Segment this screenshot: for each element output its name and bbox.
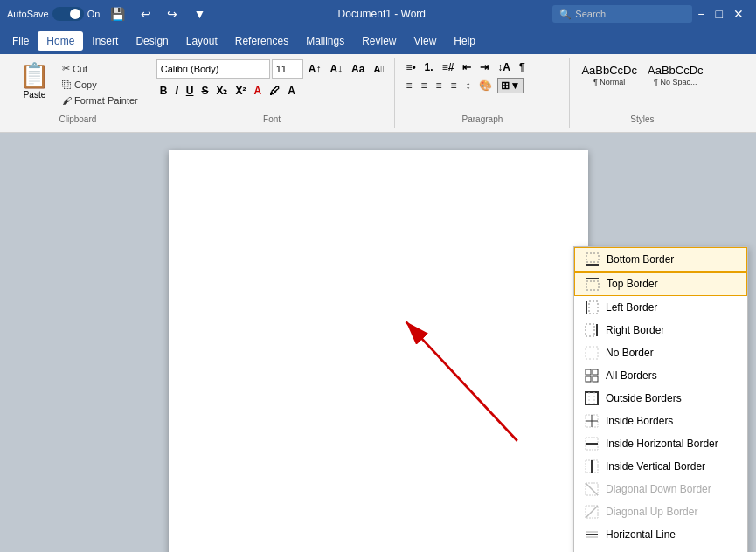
dropdown-diagonal-up: Diagonal Up Border (574, 500, 747, 523)
show-formatting-btn[interactable]: ¶ (516, 59, 529, 75)
dropdown-horizontal-line[interactable]: Horizontal Line (574, 523, 747, 546)
highlight-btn[interactable]: 🖊 (266, 83, 283, 99)
shading-btn[interactable]: A (284, 83, 299, 99)
diagonal-up-icon (585, 505, 599, 519)
dropdown-inside-borders[interactable]: Inside Borders (574, 410, 747, 432)
autosave-label: AutoSave (7, 9, 49, 19)
diagonal-down-label: Diagonal Down Border (606, 483, 711, 495)
borders-dropdown: Bottom Border Top Border Left Border Rig… (573, 246, 748, 552)
copy-button[interactable]: ⿻ Copy (59, 78, 142, 92)
decrease-indent-btn[interactable]: ⇤ (459, 59, 475, 75)
font-case-btn[interactable]: Aa (348, 61, 368, 77)
dropdown-all-borders[interactable]: All Borders (574, 364, 747, 387)
inside-horizontal-label: Inside Horizontal Border (606, 438, 718, 450)
inside-borders-icon (585, 414, 599, 428)
cut-icon: ✂ (62, 63, 70, 74)
inside-borders-label: Inside Borders (606, 415, 673, 427)
font-label: Font (263, 114, 281, 124)
styles-label: Styles (630, 114, 654, 124)
superscript-btn[interactable]: X² (232, 83, 249, 99)
document-area: Bottom Border Top Border Left Border Rig… (0, 133, 756, 552)
font-family-input[interactable] (156, 59, 270, 79)
search-box[interactable]: 🔍 Search (552, 5, 692, 23)
dropdown-bottom-border[interactable]: Bottom Border (574, 247, 747, 272)
underline-btn[interactable]: U (183, 83, 198, 99)
dropdown-inside-horizontal[interactable]: Inside Horizontal Border (574, 432, 747, 455)
font-decrease-btn[interactable]: A↓ (326, 61, 346, 77)
menu-view[interactable]: View (406, 31, 446, 51)
style-no-spacing[interactable]: AaBbCcDc ¶ No Spac... (643, 61, 708, 89)
multilevel-btn[interactable]: ≡# (439, 59, 458, 75)
maximize-btn[interactable]: □ (711, 5, 728, 23)
dropdown-no-border[interactable]: No Border (574, 342, 747, 364)
dropdown-draw-table[interactable]: Draw Table (574, 546, 747, 552)
dropdown-left-border[interactable]: Left Border (574, 296, 747, 319)
autosave-knob (70, 9, 80, 19)
save-button[interactable]: 💾 (105, 5, 130, 23)
all-borders-icon (585, 369, 599, 383)
numbering-btn[interactable]: 1. (421, 59, 437, 75)
menu-help[interactable]: Help (445, 31, 484, 51)
menu-home[interactable]: Home (38, 31, 83, 51)
para-row-1: ≡• 1. ≡# ⇤ ⇥ ↕A ¶ (402, 59, 528, 75)
svg-rect-13 (586, 376, 591, 382)
menu-insert[interactable]: Insert (83, 31, 127, 51)
horizontal-line-icon (585, 528, 599, 542)
align-right-btn[interactable]: ≡ (432, 78, 445, 93)
menu-references[interactable]: References (226, 31, 297, 51)
dropdown-outside-borders[interactable]: Outside Borders (574, 387, 747, 410)
font-size-input[interactable] (272, 59, 303, 79)
document-page[interactable] (169, 150, 588, 552)
line-spacing-btn[interactable]: ↕ (461, 78, 474, 93)
bold-btn[interactable]: B (156, 83, 171, 99)
svg-rect-4 (586, 281, 599, 290)
increase-indent-btn[interactable]: ⇥ (476, 59, 492, 75)
font-color-btn[interactable]: A (250, 83, 265, 99)
customize-btn[interactable]: ▼ (188, 5, 211, 23)
title-bar: AutoSave On 💾 ↩ ↪ ▼ Document1 - Word 🔍 S… (0, 0, 756, 28)
style-normal-label: ¶ Normal (593, 78, 625, 86)
align-left-btn[interactable]: ≡ (402, 78, 415, 93)
autosave-toggle[interactable] (52, 7, 84, 21)
redo-button[interactable]: ↪ (162, 5, 183, 23)
svg-line-26 (586, 483, 598, 495)
inside-vertical-icon (585, 459, 599, 473)
autosave-state: On (87, 9, 101, 19)
font-increase-btn[interactable]: A↑ (305, 61, 325, 77)
clear-format-btn[interactable]: A⃝ (370, 62, 387, 76)
svg-rect-2 (586, 253, 599, 262)
menu-file[interactable]: File (3, 31, 38, 51)
justify-btn[interactable]: ≡ (447, 78, 460, 93)
shading-para-btn[interactable]: 🎨 (475, 78, 496, 93)
svg-line-28 (586, 506, 598, 518)
style-normal[interactable]: AaBbCcDc ¶ Normal (577, 61, 642, 89)
close-btn[interactable]: ✕ (728, 5, 749, 23)
dropdown-top-border[interactable]: Top Border (574, 272, 747, 296)
strikethrough-btn[interactable]: S (198, 83, 212, 99)
paste-label: Paste (24, 90, 46, 100)
borders-btn[interactable]: ⊞▼ (497, 78, 524, 93)
title-bar-right: 🔍 Search − □ ✕ (552, 5, 749, 23)
menu-layout[interactable]: Layout (177, 31, 226, 51)
dropdown-right-border[interactable]: Right Border (574, 319, 747, 342)
paste-button[interactable]: 📋 Paste (14, 59, 55, 101)
subscript-btn[interactable]: X₂ (212, 83, 231, 99)
menu-mailings[interactable]: Mailings (297, 31, 353, 51)
cut-button[interactable]: ✂ Cut (59, 61, 142, 76)
menu-design[interactable]: Design (127, 31, 177, 51)
format-painter-button[interactable]: 🖌 Format Painter (59, 93, 142, 107)
minimize-btn[interactable]: − (692, 5, 710, 23)
bottom-border-icon (586, 252, 600, 266)
undo-button[interactable]: ↩ (135, 5, 156, 23)
italic-btn[interactable]: I (171, 83, 181, 99)
style-no-spacing-preview: AaBbCcDc (648, 64, 704, 78)
svg-rect-12 (593, 369, 598, 375)
bullets-btn[interactable]: ≡• (402, 59, 419, 75)
dropdown-inside-vertical[interactable]: Inside Vertical Border (574, 455, 747, 478)
font-row-2: B I U S X₂ X² A 🖊 A (156, 83, 388, 99)
menu-review[interactable]: Review (353, 31, 405, 51)
align-center-btn[interactable]: ≡ (417, 78, 430, 93)
sort-btn[interactable]: ↕A (494, 59, 514, 75)
inside-vertical-label: Inside Vertical Border (606, 460, 705, 473)
svg-rect-6 (589, 301, 598, 314)
